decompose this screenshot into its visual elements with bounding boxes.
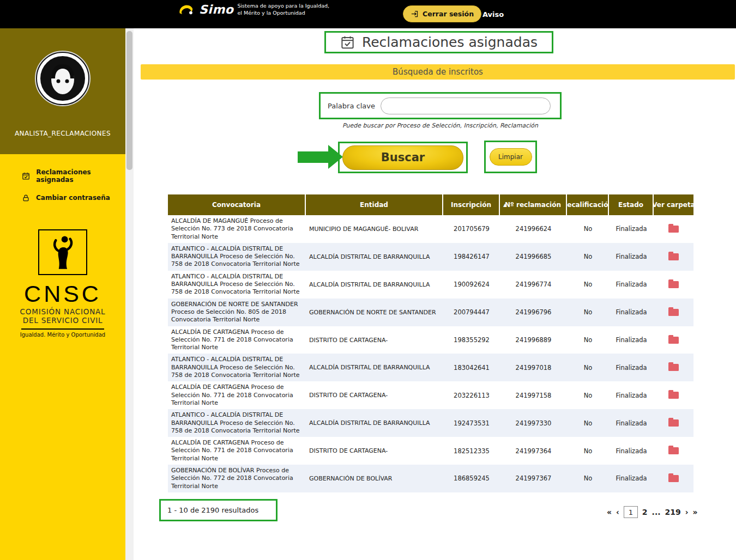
folder-icon[interactable]: [668, 419, 679, 427]
pagination-next[interactable]: ›: [685, 508, 689, 516]
column-header-entidad[interactable]: Entidad: [306, 194, 443, 215]
folder-icon[interactable]: [668, 447, 679, 454]
column-header-recalificacion[interactable]: Recalificación: [567, 194, 609, 215]
cell-convocatoria: GOBERNACIÓN DE NORTE DE SANTANDER Proces…: [168, 299, 306, 326]
folder-icon[interactable]: [668, 281, 679, 288]
sort-asc-icon: ▲: [503, 203, 506, 208]
scrollbar-thumb[interactable]: [126, 31, 132, 170]
cell-inscripcion: 183042641: [443, 354, 500, 381]
folder-icon[interactable]: [668, 253, 679, 260]
cell-inscripcion: 192473531: [443, 409, 500, 437]
scrollbar-track[interactable]: [125, 28, 134, 560]
folder-icon[interactable]: [668, 364, 679, 371]
limpiar-button[interactable]: Limpiar: [490, 148, 532, 166]
cell-entidad: DISTRITO DE CARTAGENA-: [306, 437, 443, 465]
cell-entidad: GOBERNACIÓN DE BOLÍVAR: [306, 465, 443, 492]
pagination-page-2[interactable]: 2: [642, 508, 648, 516]
simo-swoosh-icon: [178, 3, 195, 16]
lock-icon: [22, 194, 30, 202]
cnsc-name: COMISIÓN NACIONAL DEL SERVICIO CIVIL: [0, 308, 125, 325]
simo-logo: Simo Sistema de apoyo para la Igualdad, …: [178, 3, 329, 16]
cell-estado: Finalizada: [609, 243, 654, 271]
brand-tagline-line1: Sistema de apoyo para la Igualdad,: [237, 3, 329, 9]
cell-convocatoria: ALCALDÍA DE CARTAGENA Proceso de Selecci…: [168, 326, 306, 354]
folder-icon[interactable]: [668, 309, 679, 316]
cell-convocatoria: ATLANTICO - ALCALDÍA DISTRITAL DE BARRAN…: [168, 243, 306, 271]
table-row: ALCALDÍA DE CARTAGENA Proceso de Selecci…: [168, 437, 693, 465]
aviso-link[interactable]: Aviso: [482, 0, 504, 28]
cell-estado: Finalizada: [609, 354, 654, 381]
column-header-reclamacion[interactable]: ▲ Nº reclamación: [500, 194, 567, 215]
annotation-arrow: [298, 145, 343, 169]
cell-reclamacion: 241996774: [500, 271, 567, 299]
cell-convocatoria: ATLANTICO - ALCALDÍA DISTRITAL DE BARRAN…: [168, 409, 306, 437]
page-title: Reclamaciones asignadas: [362, 34, 538, 50]
sidebar-profile: ANALISTA_RECLAMACIONES: [0, 28, 125, 154]
table-row: GOBERNACIÓN DE NORTE DE SANTANDER Proces…: [168, 299, 693, 326]
table-row: ATLANTICO - ALCALDÍA DISTRITAL DE BARRAN…: [168, 271, 693, 299]
annotation-results-summary: 1 - 10 de 2190 resultados: [159, 499, 277, 521]
cell-inscripcion: 201705679: [443, 215, 500, 243]
column-header-convocatoria[interactable]: Convocatoria: [168, 194, 306, 215]
folder-icon[interactable]: [668, 226, 679, 233]
cell-recalificacion: No: [567, 465, 609, 492]
calendar-check-icon: [340, 35, 355, 50]
cell-recalificacion: No: [567, 299, 609, 326]
cell-entidad: DISTRITO DE CARTAGENA-: [306, 381, 443, 409]
annotation-keyword-field: Palabra clave: [319, 92, 562, 119]
cell-recalificacion: No: [567, 354, 609, 381]
column-header-estado[interactable]: Estado: [609, 194, 654, 215]
column-header-inscripcion[interactable]: Inscripción: [443, 194, 500, 215]
cell-reclamacion: 241997158: [500, 381, 567, 409]
cell-recalificacion: No: [567, 271, 609, 299]
cell-entidad: DISTRITO DE CARTAGENA-: [306, 326, 443, 354]
folder-icon[interactable]: [668, 337, 679, 344]
sidebar-item-cambiar-contrasena[interactable]: Cambiar contraseña: [0, 187, 125, 209]
logout-button[interactable]: Cerrar sesión: [403, 5, 481, 22]
pagination-prev[interactable]: ‹: [616, 508, 619, 516]
column-header-label: Nº reclamación: [505, 201, 561, 209]
topbar: Simo Sistema de apoyo para la Igualdad, …: [0, 0, 736, 28]
keyword-label: Palabra clave: [328, 102, 375, 110]
cell-estado: Finalizada: [609, 299, 654, 326]
results-summary: 1 - 10 de 2190 resultados: [167, 506, 258, 514]
cell-estado: Finalizada: [609, 271, 654, 299]
brand-name: Simo: [199, 3, 233, 16]
buscar-button[interactable]: Buscar: [342, 145, 463, 170]
pagination-page-current[interactable]: 1: [624, 506, 638, 518]
cell-recalificacion: No: [567, 326, 609, 354]
folder-icon[interactable]: [668, 392, 679, 399]
cell-ver-carpeta: [654, 243, 693, 271]
user-role: ANALISTA_RECLAMACIONES: [15, 130, 111, 137]
sidebar-item-reclamaciones-asignadas[interactable]: Reclamaciones asignadas: [0, 165, 125, 187]
cnsc-name-line1: COMISIÓN NACIONAL: [0, 308, 125, 316]
cnsc-divider: [21, 328, 104, 330]
cnsc-figure-icon: [47, 234, 79, 270]
brand-tagline-line2: el Mérito y la Oportunidad: [237, 10, 329, 16]
cnsc-logo: [38, 229, 87, 275]
sidebar-item-label: Reclamaciones asignadas: [36, 168, 125, 184]
cell-entidad: GOBERNACIÓN DE NORTE DE SANTANDER: [306, 299, 443, 326]
cell-inscripcion: 182512335: [443, 437, 500, 465]
cell-recalificacion: No: [567, 437, 609, 465]
cell-entidad: ALCALDÍA DISTRITAL DE BARRANQUILLA: [306, 271, 443, 299]
cell-ver-carpeta: [654, 271, 693, 299]
cell-ver-carpeta: [654, 215, 693, 243]
keyword-input[interactable]: [381, 98, 551, 114]
cell-ver-carpeta: [654, 381, 693, 409]
cell-estado: Finalizada: [609, 215, 654, 243]
pagination-page-219[interactable]: 219: [665, 508, 681, 516]
table-row: ALCALDÍA DE CARTAGENA Proceso de Selecci…: [168, 326, 693, 354]
cell-inscripcion: 198426147: [443, 243, 500, 271]
folder-icon[interactable]: [668, 475, 679, 482]
table-row: ATLANTICO - ALCALDÍA DISTRITAL DE BARRAN…: [168, 243, 693, 271]
sidebar: ANALISTA_RECLAMACIONES Reclamaciones asi…: [0, 28, 125, 560]
column-header-ver-carpeta[interactable]: Ver carpeta: [654, 194, 693, 215]
logout-icon: [411, 10, 419, 18]
cell-estado: Finalizada: [609, 326, 654, 354]
cell-reclamacion: 241997364: [500, 437, 567, 465]
pagination-last[interactable]: »: [693, 508, 698, 516]
cell-inscripcion: 198355292: [443, 326, 500, 354]
pagination-first[interactable]: «: [607, 508, 612, 516]
cell-convocatoria: ATLANTICO - ALCALDÍA DISTRITAL DE BARRAN…: [168, 271, 306, 299]
